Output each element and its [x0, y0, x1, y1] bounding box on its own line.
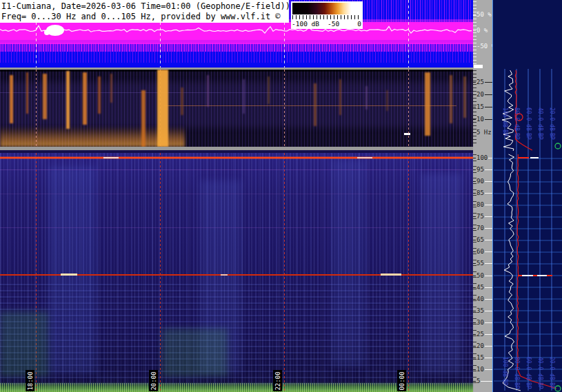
time-label-text: 20:00: [150, 371, 157, 390]
freq-scale1-label-text: 25: [476, 79, 484, 85]
colorbar-gradient: [292, 3, 361, 14]
tick-mark-right: [485, 169, 492, 170]
spectrogram1-time-gridline: [408, 70, 409, 147]
freq-scale1-label-text: 20: [476, 92, 484, 98]
tick-mark-left: [473, 82, 476, 83]
db-axis-label: 40.0 dBBP: [536, 107, 544, 139]
time-label: 22:00: [273, 370, 282, 391]
db-axis-label: 20.0 dBBP: [548, 357, 556, 389]
spectrogram2-blob: [162, 329, 228, 377]
amplitude-scale-label: -50 %: [473, 43, 492, 50]
spectrogram-0-30hz: [0, 70, 473, 147]
tick-mark-left: [473, 299, 476, 300]
spectrogram1-top-edge: [0, 70, 473, 72]
time-label-text: 00:00: [399, 371, 405, 390]
tick-mark-right: [485, 287, 492, 288]
db-axis-suffix: BP: [502, 379, 508, 386]
freq-scale1-label-text: 15: [476, 104, 484, 110]
freq-scale2-label-text: 25: [476, 331, 484, 338]
amplitude-scale-label: 0 %: [473, 27, 492, 34]
db-axis-value: 60.0 dB: [525, 357, 531, 380]
freq-scale2-label: 80: [473, 202, 492, 209]
freq-scale2-label-text: 50: [476, 273, 484, 279]
faint-line-95hz: [0, 169, 473, 170]
spectrum-50hz-white-dash: [522, 275, 533, 276]
tick-mark-left: [473, 107, 476, 107]
hum-bright-segment: [61, 274, 77, 276]
time-label: 20:00: [149, 370, 158, 391]
freq-scale1-label: 5 Hz: [473, 129, 492, 136]
amplitude-scale-label-text: 0 %: [476, 28, 488, 34]
spectrogram2-blob: [48, 167, 97, 373]
scale-white-marker: [474, 65, 483, 68]
tick-mark-right: [485, 263, 492, 264]
tick-mark-right: [485, 94, 492, 95]
tick-mark-left: [473, 251, 476, 252]
waveform-white-burst-2: [44, 30, 50, 35]
burst-streak: [268, 76, 270, 104]
tick-mark-left: [473, 14, 476, 15]
tick-mark-left: [473, 311, 476, 311]
db-axis-suffix: BP: [525, 133, 531, 140]
time-label-text: 22:00: [274, 371, 281, 390]
tick-mark-right: [485, 193, 492, 194]
db-axis-label: 100 dBBP: [501, 357, 509, 386]
tick-mark-left: [473, 169, 476, 170]
time-label: 00:00: [397, 370, 406, 391]
freq-scale2-label: 50: [473, 272, 492, 279]
tick-mark-left: [473, 240, 476, 240]
tick-mark-left: [473, 369, 476, 370]
spectrogram-0-105hz: 18:0020:0022:0000:00: [0, 153, 473, 392]
freq-scale2-label: 90: [473, 178, 492, 185]
spectrogram1-time-gridline: [36, 70, 37, 147]
burst-streak: [10, 75, 13, 123]
tick-mark-right: [485, 346, 492, 347]
db-axis-label: 40.0 dBBP: [536, 357, 544, 389]
db-axis-label: 100 dBBP: [501, 107, 509, 136]
burst-streak: [98, 76, 101, 114]
db-axis-suffix: BP: [525, 382, 531, 389]
tick-mark-left: [473, 346, 476, 347]
burst-streak: [314, 83, 317, 126]
time-label-text: 18:00: [27, 371, 34, 390]
title-line-1: I1-Cumiana, Date=2026-03-06 Time=01:00 (…: [1, 1, 289, 12]
freq-scale2-label-text: 60: [476, 249, 484, 255]
time-label: 18:00: [26, 370, 34, 391]
db-axis-suffix: BP: [502, 130, 508, 136]
burst-streak: [141, 90, 145, 147]
spectrogram1-white-burst: [404, 133, 410, 135]
spectrogram1-faint-line-2: [0, 92, 473, 93]
tick-mark-left: [473, 205, 476, 205]
colorbar-label-max: 0: [357, 20, 361, 28]
db-axis-label: 60.0 dBBP: [524, 107, 532, 139]
spectrogram2-time-gridline: [160, 153, 161, 392]
db-axis-suffix: BP: [537, 133, 543, 140]
freq-scale2-label-text: 5: [476, 378, 480, 384]
faint-line: [0, 194, 473, 194]
db-axis-suffix: BP: [549, 382, 554, 389]
burst-streak: [243, 79, 245, 114]
title-line-2: Freq= 0...30 Hz and 0...105 Hz, provided…: [1, 12, 289, 22]
frequency-scale-column: 50 %0 %-50 %252015105 Hz1009590858075706…: [473, 0, 492, 392]
spectrogram2-blob: [0, 311, 48, 377]
freq-scale2-label: 85: [473, 190, 492, 197]
hum-bright-segment: [103, 157, 119, 158]
tick-mark-left: [473, 381, 476, 382]
tick-mark-left: [473, 46, 476, 47]
tick-mark-right: [485, 181, 492, 182]
hum-bright-segment: [381, 274, 401, 276]
burst-streak: [425, 72, 430, 136]
tick-mark-left: [473, 119, 476, 120]
freq-scale2-label-text: 45: [476, 285, 484, 291]
freq-scale2-label-text: 35: [476, 308, 484, 314]
freq-scale2-label-text: 20: [476, 343, 484, 349]
tick-mark-right: [485, 240, 492, 240]
freq-scale2-label: 100: [473, 155, 492, 162]
tick-mark-right: [485, 228, 492, 229]
spectrogram1-time-gridline: [284, 70, 285, 147]
spectrogram1-haze: [0, 82, 473, 127]
tick-mark-left: [473, 181, 476, 182]
freq-scale1-label: 15: [473, 104, 492, 111]
tick-mark-right: [485, 299, 492, 300]
spectrogram2-time-gridline: [284, 153, 285, 392]
